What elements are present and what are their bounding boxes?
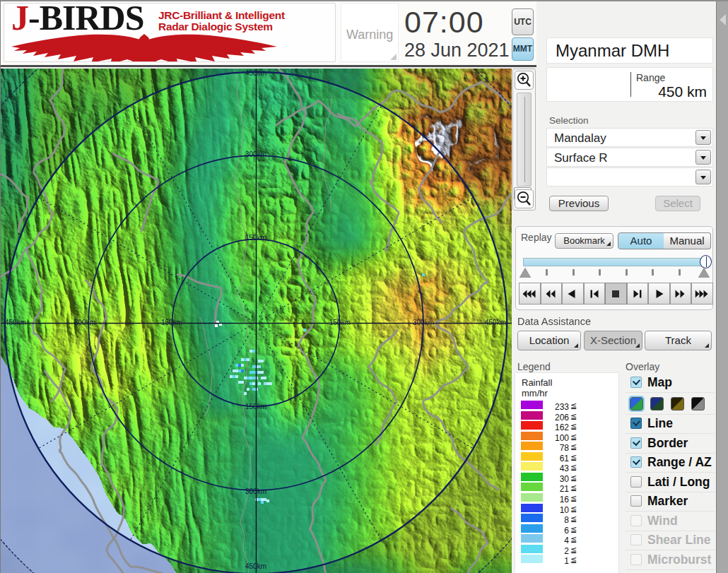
clock-date: 28 Jun 2021 bbox=[404, 40, 510, 61]
range-ring-label: 300km bbox=[74, 319, 95, 326]
legend-value: 1 bbox=[536, 556, 569, 566]
play-icon bbox=[652, 290, 666, 298]
stop-button[interactable] bbox=[605, 283, 627, 305]
product-dropdown-arrow[interactable] bbox=[695, 150, 711, 165]
overlay-checkbox[interactable] bbox=[630, 456, 642, 468]
range-ring-label: 450km bbox=[485, 319, 506, 326]
legend-comparator: ≦ bbox=[570, 422, 577, 431]
overlay-item-label: Range / AZ bbox=[647, 455, 712, 470]
range-display: Range 450 km bbox=[546, 67, 713, 102]
bookmark-button[interactable]: Bookmark bbox=[555, 233, 613, 249]
overlay-row-wind: Wind bbox=[626, 512, 715, 531]
logo-tagline: JRC-Brilliant & Intelligent Radar Dialog… bbox=[158, 10, 285, 33]
utc-button[interactable]: UTC bbox=[512, 8, 534, 35]
map-style-swatch-1[interactable] bbox=[630, 397, 643, 410]
overlay-label: Overlay bbox=[626, 361, 659, 372]
timeline-start-marker[interactable] bbox=[519, 268, 531, 278]
product-dropdown-value: Surface R bbox=[554, 151, 608, 165]
zoom-slider-rail bbox=[524, 97, 525, 182]
skip-start-button[interactable] bbox=[519, 283, 541, 305]
step-forward-button[interactable] bbox=[627, 283, 649, 305]
x-section-button[interactable]: X-Section bbox=[584, 331, 642, 350]
zoom-out-button[interactable] bbox=[515, 189, 534, 208]
legend-comparator: ≦ bbox=[570, 453, 577, 462]
collapse-arrow-icon[interactable] bbox=[720, 14, 726, 25]
legend-comparator: ≦ bbox=[570, 401, 577, 410]
site-dropdown-value: Mandalay bbox=[554, 131, 606, 146]
legend-comparator: ≦ bbox=[570, 514, 577, 524]
step-back-icon bbox=[587, 290, 601, 298]
overlay-checkbox[interactable] bbox=[630, 515, 642, 526]
zoom-in-button[interactable] bbox=[515, 71, 534, 90]
map-style-swatch-2[interactable] bbox=[650, 397, 664, 410]
timeline-end-marker[interactable] bbox=[698, 268, 710, 278]
legend-comparator: ≦ bbox=[570, 504, 577, 514]
radar-map[interactable]: 450km300km150km150km300km450km450km300km… bbox=[1, 69, 512, 573]
play-button[interactable] bbox=[648, 283, 670, 305]
timeline-tick bbox=[626, 269, 628, 276]
timeline-tick bbox=[599, 269, 601, 276]
map-zoom-control bbox=[512, 69, 536, 211]
overlay-checkbox[interactable] bbox=[630, 476, 642, 488]
auto-button[interactable]: Auto bbox=[618, 232, 664, 249]
station-name-field[interactable]: Myanmar DMH bbox=[546, 37, 713, 64]
map-style-swatch-3[interactable] bbox=[671, 397, 684, 410]
play-back-icon bbox=[566, 290, 580, 298]
legend-comparator: ≦ bbox=[570, 463, 577, 472]
overlay-row-border: Border bbox=[626, 435, 715, 454]
logo-tagline-line1: JRC-Brilliant & Intelligent bbox=[158, 10, 285, 21]
overlay-row-line: Line bbox=[626, 415, 715, 434]
option-dropdown-arrow[interactable] bbox=[695, 170, 711, 184]
fast-rewind-button[interactable] bbox=[541, 283, 563, 305]
overlay-row-map: Map bbox=[626, 374, 715, 393]
overlay-item-label: Line bbox=[647, 416, 673, 431]
map-style-swatch-4[interactable] bbox=[691, 397, 705, 410]
legend-comparator: ≦ bbox=[570, 494, 577, 503]
replay-panel: Replay Bookmark Auto Manual bbox=[515, 226, 713, 310]
skip-start-icon bbox=[523, 290, 536, 298]
site-dropdown-arrow[interactable] bbox=[695, 130, 711, 145]
manual-button[interactable]: Manual bbox=[664, 232, 711, 249]
warning-panel[interactable]: Warning bbox=[341, 3, 399, 62]
timeline-tick bbox=[679, 269, 681, 276]
warning-resize-grip[interactable] bbox=[390, 54, 397, 60]
replay-slider-thumb[interactable] bbox=[700, 255, 712, 268]
range-ring-label: 150km bbox=[245, 403, 266, 410]
legend-title-line1: Rainfall bbox=[522, 377, 552, 388]
panel-collapse-strip[interactable] bbox=[716, 1, 728, 573]
step-back-button[interactable] bbox=[584, 283, 606, 305]
legend-comparator: ≦ bbox=[570, 535, 577, 544]
location-button[interactable]: Location bbox=[517, 331, 581, 350]
previous-button[interactable]: Previous bbox=[549, 196, 609, 211]
overlay-row-lati-long: Lati / Long bbox=[626, 473, 715, 492]
overlay-checkbox[interactable] bbox=[630, 554, 642, 565]
zoom-in-icon bbox=[515, 71, 533, 89]
eagle-logo-icon bbox=[8, 32, 281, 62]
zoom-slider-track[interactable] bbox=[517, 93, 532, 187]
fast-forward-button[interactable] bbox=[670, 283, 692, 305]
overlay-checkbox[interactable] bbox=[630, 534, 642, 545]
legend-label: Legend bbox=[517, 361, 551, 372]
location-button-label: Location bbox=[529, 334, 570, 346]
x-section-button-label: X-Section bbox=[590, 334, 636, 346]
mmt-button[interactable]: MMT bbox=[512, 37, 534, 61]
play-back-button[interactable] bbox=[562, 283, 584, 305]
legend-comparator: ≦ bbox=[570, 473, 577, 483]
overlay-row-range-az: Range / AZ bbox=[626, 454, 715, 473]
site-dropdown[interactable]: Mandalay bbox=[546, 128, 713, 147]
replay-timeline-slider[interactable] bbox=[523, 258, 710, 266]
skip-end-button[interactable] bbox=[691, 283, 713, 305]
overlay-checkbox[interactable] bbox=[630, 377, 642, 388]
legend-comparator: ≦ bbox=[570, 545, 577, 555]
legend-comparator: ≦ bbox=[570, 412, 577, 421]
header: J-BIRDS JRC-Brilliant & Intelligent Rada… bbox=[1, 1, 536, 67]
data-assistance-label: Data Assistance bbox=[517, 316, 591, 327]
overlay-checkbox[interactable] bbox=[630, 495, 642, 507]
option-dropdown[interactable] bbox=[546, 167, 713, 187]
overlay-checkbox[interactable] bbox=[630, 418, 642, 429]
product-dropdown[interactable]: Surface R bbox=[546, 148, 713, 167]
select-button[interactable]: Select bbox=[655, 196, 700, 211]
bookmark-menu-corner-icon bbox=[606, 242, 611, 246]
overlay-checkbox[interactable] bbox=[630, 437, 642, 449]
track-button[interactable]: Track bbox=[645, 331, 712, 350]
